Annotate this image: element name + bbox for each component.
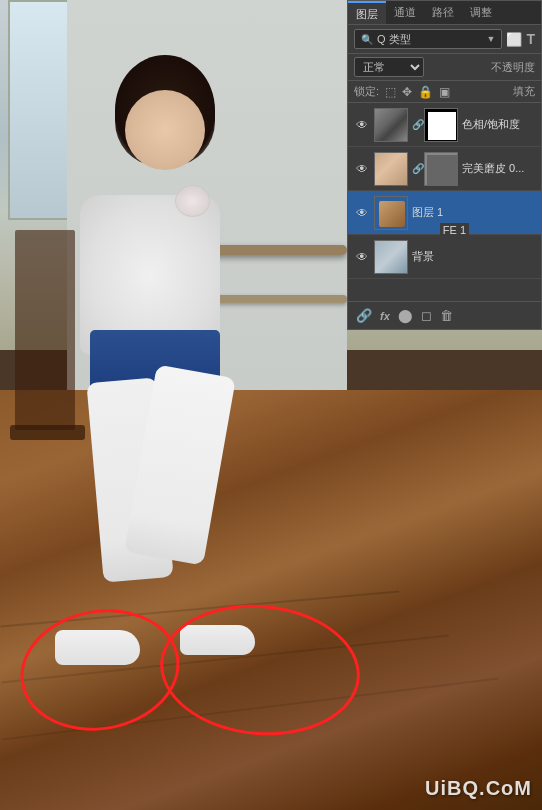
layer-name-skin: 完美磨皮 0... xyxy=(462,161,535,176)
wooden-floor xyxy=(0,390,542,810)
layer-visibility-bg[interactable]: 👁 xyxy=(354,249,370,265)
layer-search-box[interactable]: 🔍 Q 类型 ▼ xyxy=(354,29,502,49)
layer-chain-hue: 🔗 xyxy=(412,119,420,130)
layer-name-bg: 背景 xyxy=(412,249,535,264)
opacity-label: 不透明度 xyxy=(491,60,535,75)
tab-channels[interactable]: 通道 xyxy=(386,1,424,24)
panel-bottom-bar: 🔗 fx ⬤ ◻ 🗑 xyxy=(348,301,541,329)
fill-label: 填充 xyxy=(513,84,535,99)
blend-opacity-row: 正常 不透明度 xyxy=(348,54,541,81)
tab-layers[interactable]: 图层 xyxy=(348,1,386,24)
layer-name-layer1: 图层 1 xyxy=(412,205,535,220)
group-icon[interactable]: ◻ xyxy=(421,308,432,323)
layer-thumb-skin xyxy=(374,152,408,186)
panel-header-icons: ⬜ T xyxy=(506,31,535,47)
layer-mask-skin xyxy=(424,152,458,186)
adjustment-layer-icon[interactable]: ⬤ xyxy=(398,308,413,323)
layers-search-row: 🔍 Q 类型 ▼ ⬜ T xyxy=(348,25,541,54)
layer-thumb-bg xyxy=(374,240,408,274)
lock-artboard-icon[interactable]: 🔒 xyxy=(418,85,433,99)
person-shoe-left xyxy=(55,630,140,665)
link-bottom-icon[interactable]: 🔗 xyxy=(356,308,372,323)
layer-chain-skin: 🔗 xyxy=(412,163,420,174)
bubble-gum xyxy=(175,185,210,217)
layer-thumb-layer1 xyxy=(374,196,408,230)
delete-icon[interactable]: 🗑 xyxy=(440,308,453,323)
new-layer-icon[interactable]: ⬜ xyxy=(506,32,522,47)
panel-tabs-bar: 图层 通道 路径 调整 xyxy=(348,1,541,25)
lock-label: 锁定: xyxy=(354,84,379,99)
fe-label: FE 1 xyxy=(440,223,469,237)
search-type-label: Q 类型 xyxy=(377,32,411,47)
layer-visibility-layer1[interactable]: 👁 xyxy=(354,205,370,221)
fx-icon[interactable]: fx xyxy=(380,310,390,322)
layer-item-skin-smooth[interactable]: 👁 🔗 完美磨皮 0... xyxy=(348,147,541,191)
search-icon: 🔍 xyxy=(361,34,373,45)
layer-name-hue: 色相/饱和度 xyxy=(462,117,535,132)
lock-fill-row: 锁定: ⬚ ✥ 🔒 ▣ 填充 xyxy=(348,81,541,103)
lock-pixel-icon[interactable]: ⬚ xyxy=(385,85,396,99)
watermark: UiBQ.CoM xyxy=(425,777,532,800)
lock-position-icon[interactable]: ✥ xyxy=(402,85,412,99)
text-icon[interactable]: T xyxy=(526,31,535,47)
chair xyxy=(15,230,75,430)
layer-visibility-skin[interactable]: 👁 xyxy=(354,161,370,177)
person-face xyxy=(125,90,205,170)
person-shoe-right xyxy=(180,625,255,655)
layer-thumb-hue xyxy=(374,108,408,142)
search-dropdown-arrow[interactable]: ▼ xyxy=(487,34,496,44)
layer-mask-hue xyxy=(424,108,458,142)
lock-all-icon[interactable]: ▣ xyxy=(439,85,450,99)
photoshop-panel: 图层 通道 路径 调整 🔍 Q 类型 ▼ ⬜ T 正常 不透明度 锁定: ⬚ ✥… xyxy=(347,0,542,330)
blend-mode-select[interactable]: 正常 xyxy=(354,57,424,77)
tab-paths[interactable]: 路径 xyxy=(424,1,462,24)
layers-list: 👁 🔗 色相/饱和度 👁 🔗 完美磨皮 0... 👁 xyxy=(348,103,541,279)
layer-item-background[interactable]: 👁 背景 xyxy=(348,235,541,279)
layer-visibility-hue[interactable]: 👁 xyxy=(354,117,370,133)
layer-item-hue-saturation[interactable]: 👁 🔗 色相/饱和度 xyxy=(348,103,541,147)
tab-adjustment[interactable]: 调整 xyxy=(462,1,500,24)
